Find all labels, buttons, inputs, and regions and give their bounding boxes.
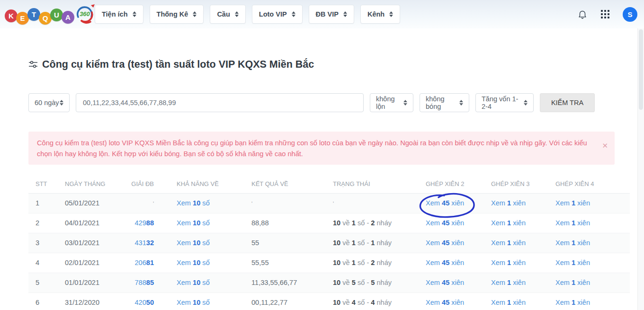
cell-stt: 2 [28, 213, 58, 233]
xien4-link[interactable]: Xem 1 xiên [555, 199, 590, 207]
cell-xien2: Xem 45 xiên [419, 213, 484, 233]
xien2-link[interactable]: Xem 45 xiên [426, 239, 464, 247]
view-numbers-link[interactable]: Xem 10 số [177, 259, 210, 266]
menu-label: Tiện ích [102, 10, 128, 18]
cell-result: 00,11,22,77 [244, 292, 326, 310]
xien4-link[interactable]: Xem 1 xiên [555, 279, 590, 286]
notifications-bell-icon[interactable] [577, 9, 588, 20]
menu-db-vip[interactable]: ĐB VIP [309, 5, 354, 24]
ketqua360-logo[interactable]: K E T Q U A 360 [5, 3, 96, 26]
xien4-link[interactable]: Xem 1 xiên [555, 219, 590, 227]
view-numbers-link[interactable]: Xem 10 số [177, 219, 210, 227]
cell-prize: 43132 [114, 233, 170, 253]
lon-select[interactable]: không lộn [370, 93, 413, 112]
cell-result: 55 [244, 233, 326, 253]
chevron-updown-icon [235, 11, 239, 17]
logo-letter: E [16, 12, 29, 25]
table-header-row: STT NGÀY THÁNG GIẢI ĐB KHẢ NĂNG VỀ KẾT Q… [28, 175, 630, 193]
cell-status: 10 về 1 số - 1 nháy [326, 233, 419, 253]
cell-stt: 4 [28, 253, 58, 273]
cell-xien4: Xem 1 xiên [548, 253, 630, 273]
chevron-updown-icon [389, 11, 393, 17]
col-ket-qua-ve: KẾT QUẢ VỀ [244, 175, 326, 193]
alert-text: Công cụ kiểm tra (test) loto VIP KQXS Mi… [37, 139, 587, 158]
menu-kenh[interactable]: Kênh [360, 5, 400, 24]
xien4-link[interactable]: Xem 1 xiên [555, 259, 590, 266]
cell-stt: 6 [28, 292, 58, 310]
logo-letter: T [27, 8, 40, 21]
xien3-link[interactable]: Xem 1 xiên [491, 239, 526, 247]
menu-cau[interactable]: Cầu [210, 5, 245, 24]
close-icon[interactable]: ✕ [602, 140, 608, 151]
col-ghep-xien-4: GHÉP XIÊN 4 [548, 175, 630, 193]
col-ghep-xien-2: GHÉP XIÊN 2 [419, 175, 484, 193]
menu-loto-vip[interactable]: Loto VIP [252, 5, 303, 24]
cell-xien4: Xem 1 xiên [548, 292, 630, 310]
view-numbers-link[interactable]: Xem 10 số [177, 279, 210, 286]
menu-label: Cầu [217, 10, 230, 18]
chevron-updown-icon [60, 100, 63, 106]
numbers-input[interactable] [76, 93, 364, 112]
xien2-link[interactable]: Xem 45 xiên [426, 299, 464, 306]
xien2-link[interactable]: Xem 45 xiên [426, 279, 464, 286]
cell-stt: 3 [28, 233, 58, 253]
xien2-link[interactable]: Xem 45 xiên [426, 259, 464, 266]
cell-date: 04/01/2021 [58, 213, 114, 233]
table-row: 4 02/01/2021 20681 Xem 10 số 55,55 10 về… [28, 253, 630, 273]
menu-label: Kênh [367, 10, 385, 18]
view-numbers-link[interactable]: Xem 10 số [177, 299, 210, 306]
cell-prize: 42988 [114, 213, 170, 233]
cell-xien2: Xem 45 xiên [419, 253, 484, 273]
cell-status: 10 về 4 số - 4 nháy [326, 292, 419, 310]
days-select[interactable]: 60 ngày [28, 93, 70, 112]
chevron-updown-icon [343, 11, 347, 17]
col-trang-thai: TRẠNG THÁI [326, 175, 419, 193]
cell-xien2: Xem 45 xiên [419, 233, 484, 253]
bong-select[interactable]: không bóng [420, 93, 469, 112]
cell-date: 02/01/2021 [58, 253, 114, 273]
cell-xien3: Xem 1 xiên [484, 253, 548, 273]
chevron-updown-icon [524, 100, 528, 106]
chevron-updown-icon [292, 11, 295, 17]
topbar-actions: S [577, 0, 637, 28]
xien3-link[interactable]: Xem 1 xiên [491, 299, 526, 306]
scrollbar-thumb[interactable] [639, 29, 643, 110]
logo-letter: U [50, 9, 63, 21]
main-menu: Tiện ích Thống Kê Cầu Loto VIP ĐB VIP Kê… [95, 5, 400, 24]
xien3-link[interactable]: Xem 1 xiên [491, 199, 526, 207]
cell-xien4: Xem 1 xiên [548, 213, 630, 233]
user-avatar[interactable]: S [623, 7, 637, 22]
chevron-updown-icon [403, 100, 407, 106]
cell-xien4: Xem 1 xiên [548, 233, 630, 253]
menu-thong-ke[interactable]: Thống Kê [150, 5, 204, 24]
cell-view-numbers: Xem 10 số [170, 193, 244, 213]
xien3-link[interactable]: Xem 1 xiên [491, 259, 526, 266]
info-alert: Công cụ kiểm tra (test) loto VIP KQXS Mi… [28, 132, 615, 165]
von-select[interactable]: Tăng vốn 1-2-4 [475, 93, 534, 112]
cell-view-numbers: Xem 10 số [170, 273, 244, 292]
xien4-link[interactable]: Xem 1 xiên [555, 299, 590, 306]
xien3-link[interactable]: Xem 1 xiên [491, 219, 526, 227]
logo-360-text: 360 [75, 4, 94, 24]
page-title-row: Công cụ kiểm tra (test) tần suất loto VI… [28, 59, 314, 71]
kiem-tra-button[interactable]: KIỂM TRA [540, 93, 595, 112]
xien2-link[interactable]: Xem 45 xiên [426, 219, 464, 227]
view-numbers-link[interactable]: Xem 10 số [177, 239, 210, 247]
menu-tien-ich[interactable]: Tiện ích [95, 5, 143, 24]
xien3-link[interactable]: Xem 1 xiên [491, 279, 526, 286]
cell-status: 10 về 1 số - 2 nháy [326, 253, 419, 273]
view-numbers-link[interactable]: Xem 10 số [177, 199, 210, 207]
cell-status: 10 về 1 số - 2 nháy [326, 213, 419, 233]
vertical-scrollbar[interactable] [637, 28, 644, 310]
cell-date: 01/01/2021 [58, 273, 114, 292]
cell-xien4: Xem 1 xiên [548, 273, 630, 292]
cell-xien3: Xem 1 xiên [484, 273, 548, 292]
lon-select-value: không lộn [376, 95, 403, 110]
cell-result: 88,88 [244, 213, 326, 233]
xien2-link[interactable]: Xem 45 xiên [426, 199, 464, 207]
apps-grid-icon[interactable] [601, 10, 610, 19]
cell-stt: 1 [28, 193, 58, 213]
cell-xien3: Xem 1 xiên [484, 193, 548, 213]
cell-stt: 5 [28, 273, 58, 292]
xien4-link[interactable]: Xem 1 xiên [555, 239, 590, 247]
